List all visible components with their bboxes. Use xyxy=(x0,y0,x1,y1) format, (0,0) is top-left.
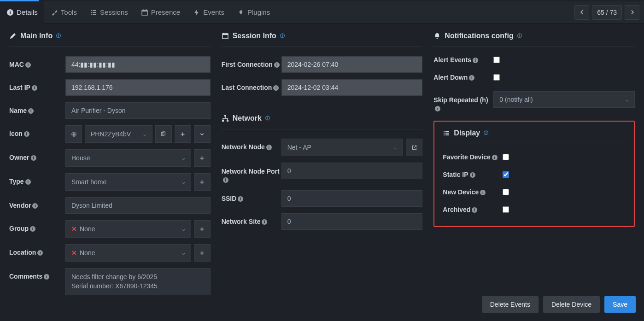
icon-select[interactable]: PHN2ZyB4bV ⌵ xyxy=(85,125,152,143)
location-add-button[interactable] xyxy=(194,244,211,262)
chevron-right-icon xyxy=(629,9,635,15)
icon-copy-button[interactable] xyxy=(155,125,172,143)
help-icon[interactable]: ⓘ xyxy=(280,33,285,39)
group-label: Groupi xyxy=(9,220,65,232)
mac-value: 44:▮▮:▮▮:▮▮:▮▮ xyxy=(65,56,211,73)
svg-rect-1 xyxy=(10,12,11,14)
tab-presence[interactable]: Presence xyxy=(135,1,187,23)
static-ip-checkbox[interactable] xyxy=(503,171,509,178)
info-icon[interactable]: i xyxy=(28,108,34,114)
info-icon[interactable]: i xyxy=(480,190,486,195)
list-icon xyxy=(90,9,97,16)
svg-rect-10 xyxy=(142,10,147,12)
alert-down-checkbox[interactable] xyxy=(493,74,500,81)
svg-rect-6 xyxy=(93,12,96,13)
network-title: Network ⓘ xyxy=(222,114,423,129)
comments-label: Commentsi xyxy=(9,268,65,280)
comments-input[interactable] xyxy=(65,268,211,295)
plus-icon xyxy=(180,131,186,137)
tab-details[interactable]: Details xyxy=(0,1,44,23)
session-info-title: Session Info ⓘ xyxy=(222,32,423,47)
info-icon[interactable]: i xyxy=(32,85,37,91)
footer-actions: Delete Events Delete Device Save xyxy=(482,296,636,313)
info-icon[interactable]: i xyxy=(223,177,228,183)
info-icon[interactable]: i xyxy=(473,58,478,63)
network-node-select[interactable]: Net - AP⌵ xyxy=(281,139,404,156)
main-info-title: Main Info ⓘ xyxy=(9,32,211,47)
col-main-info: Main Info ⓘ MACi 44:▮▮:▮▮:▮▮:▮▮ Last IPi… xyxy=(9,32,211,302)
info-icon[interactable]: i xyxy=(262,219,267,225)
tab-tools[interactable]: Tools xyxy=(44,1,83,23)
info-icon[interactable]: i xyxy=(266,145,272,150)
network-site-input[interactable] xyxy=(281,213,423,230)
info-icon[interactable]: i xyxy=(435,106,440,111)
display-title: Display ⓘ xyxy=(443,129,626,144)
pager-prev[interactable] xyxy=(574,5,589,20)
info-icon[interactable]: i xyxy=(24,131,29,137)
name-input[interactable] xyxy=(65,102,211,119)
info-icon[interactable]: i xyxy=(31,155,36,161)
network-site-label: Network Sitei xyxy=(222,213,281,225)
info-icon[interactable]: i xyxy=(274,62,280,68)
svg-rect-2 xyxy=(10,11,11,12)
save-button[interactable]: Save xyxy=(604,296,636,313)
svg-rect-12 xyxy=(146,9,146,11)
info-icon[interactable]: i xyxy=(25,179,31,185)
help-icon[interactable]: ⓘ xyxy=(484,130,488,136)
type-add-button[interactable] xyxy=(194,173,211,191)
pager-next[interactable] xyxy=(625,5,639,20)
info-icon[interactable]: i xyxy=(469,75,474,81)
location-select[interactable]: ✕None⌵ xyxy=(65,244,191,262)
archived-checkbox[interactable] xyxy=(503,206,509,213)
owner-add-button[interactable] xyxy=(194,149,211,167)
pager: 65 / 73 xyxy=(574,5,639,20)
skip-select[interactable]: 0 (notify all)⌵ xyxy=(493,91,635,108)
col-session-network: Session Info ⓘ First Connectioni 2024-02… xyxy=(222,32,423,302)
help-icon[interactable]: ⓘ xyxy=(56,33,61,39)
name-label: Namei xyxy=(9,102,65,114)
network-port-input[interactable] xyxy=(281,163,423,179)
help-icon[interactable]: ⓘ xyxy=(517,33,522,39)
favorite-label: Favorite Devicei xyxy=(443,153,503,161)
vendor-input[interactable] xyxy=(65,197,211,214)
tools-icon xyxy=(51,9,58,16)
network-node-link-button[interactable] xyxy=(406,139,422,156)
delete-device-button[interactable]: Delete Device xyxy=(543,296,600,313)
icon-expand-button[interactable] xyxy=(194,125,211,143)
info-icon[interactable]: i xyxy=(32,203,38,209)
icon-add-button[interactable] xyxy=(175,125,191,143)
group-add-button[interactable] xyxy=(194,220,211,238)
info-icon[interactable]: i xyxy=(472,207,477,213)
svg-rect-4 xyxy=(93,10,96,11)
info-icon[interactable]: i xyxy=(492,155,498,160)
info-icon[interactable]: i xyxy=(238,196,243,202)
plug-icon xyxy=(237,9,245,16)
alert-events-checkbox[interactable] xyxy=(493,57,500,63)
svg-rect-3 xyxy=(91,10,92,11)
chevron-down-icon: ⌵ xyxy=(143,131,146,137)
archived-label: Archivedi xyxy=(443,206,503,213)
network-port-label: Network Node Porti xyxy=(222,163,281,184)
favorite-checkbox[interactable] xyxy=(503,154,509,160)
info-icon[interactable]: i xyxy=(273,85,279,91)
group-select[interactable]: ✕None⌵ xyxy=(65,220,191,238)
owner-select[interactable]: House⌵ xyxy=(65,149,191,167)
info-icon[interactable]: i xyxy=(25,62,31,68)
ssid-input[interactable] xyxy=(281,190,423,207)
tab-events[interactable]: Events xyxy=(187,1,231,23)
last-conn-label: Last Connectioni xyxy=(222,79,281,91)
type-select[interactable]: Smart home⌵ xyxy=(65,173,191,191)
tab-plugins[interactable]: Plugins xyxy=(231,1,276,23)
tab-sessions[interactable]: Sessions xyxy=(83,1,135,23)
info-icon[interactable]: i xyxy=(37,250,43,256)
new-device-checkbox[interactable] xyxy=(503,189,509,195)
svg-rect-5 xyxy=(91,12,92,13)
svg-rect-23 xyxy=(444,131,445,132)
info-icon[interactable]: i xyxy=(470,172,475,178)
help-icon[interactable]: ⓘ xyxy=(265,115,270,122)
info-icon[interactable]: i xyxy=(30,226,35,232)
sliders-icon xyxy=(443,129,450,137)
info-icon[interactable]: i xyxy=(44,274,49,280)
tab-tools-label: Tools xyxy=(61,8,77,16)
delete-events-button[interactable]: Delete Events xyxy=(482,296,539,313)
